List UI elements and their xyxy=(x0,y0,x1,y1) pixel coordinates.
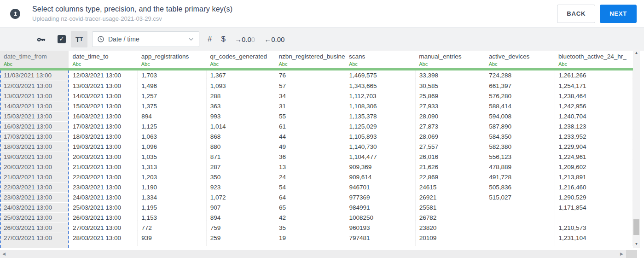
table-cell: 350 xyxy=(206,172,275,182)
increase-decimal-button[interactable]: ←0.00 xyxy=(264,35,284,43)
table-cell: 1,210,573 xyxy=(555,223,633,233)
currency-type-button[interactable]: $ xyxy=(221,35,225,44)
table-cell: 54 xyxy=(275,182,345,192)
table-row: 18/03/2021 13:0019/03/2021 13:001,096880… xyxy=(0,141,633,152)
table-cell: 22/03/2021 13:00 xyxy=(69,172,137,182)
table-cell: 23/03/2021 13:00 xyxy=(0,192,69,202)
scroll-right-icon[interactable]: ▶ xyxy=(620,250,623,258)
table-cell: 505,836 xyxy=(485,182,555,192)
table-cell: 42 xyxy=(275,212,345,223)
table-row: 12/03/2021 13:0013/03/2021 13:001,4961,0… xyxy=(0,81,633,91)
scroll-down-icon[interactable]: ▼ xyxy=(633,242,640,246)
column-header-qr_codes_generated[interactable]: qr_codes_generatedAbc xyxy=(206,51,275,68)
scrollbar-corner xyxy=(626,250,637,258)
table-cell: 1,242,956 xyxy=(555,101,633,111)
header-bar: Select columns type, precision, and the … xyxy=(0,0,644,28)
page-title: Select columns type, precision, and the … xyxy=(32,5,232,13)
primary-key-icon[interactable] xyxy=(36,34,46,45)
table-cell xyxy=(485,233,555,243)
column-name-label: date_time_to xyxy=(72,53,137,60)
scroll-left-icon[interactable]: ◀ xyxy=(2,250,6,258)
header-underline-bar xyxy=(0,68,633,70)
table-cell xyxy=(555,212,633,223)
number-type-button[interactable]: # xyxy=(208,35,212,44)
decrease-decimal-label: →0.0 xyxy=(235,35,251,43)
column-name-label: qr_codes_generated xyxy=(210,53,275,60)
table-cell: 1,233,952 xyxy=(555,131,633,141)
column-header-scans[interactable]: scansAbc xyxy=(345,51,415,68)
table-cell: 1,496 xyxy=(138,81,206,91)
table-cell: 594,008 xyxy=(485,111,555,121)
dropdown-selected-value: Date / time xyxy=(108,35,188,43)
column-header-bluetooth_active_24_hr_[interactable]: bluetooth_active_24_hr_Abc xyxy=(555,51,633,68)
wizard-actions: BACK NEXT xyxy=(557,5,637,23)
column-header-nzbn_registered_busine[interactable]: nzbn_registered_busineAbc xyxy=(275,51,345,68)
table-cell: 26,016 xyxy=(415,152,485,162)
table-cell: 977369 xyxy=(345,192,415,202)
column-header-manual_entries[interactable]: manual_entriesAbc xyxy=(415,51,485,68)
datetime-type-dropdown[interactable]: Date / time xyxy=(92,31,199,47)
next-button[interactable]: NEXT xyxy=(600,5,637,23)
column-header-active_devices[interactable]: active_devicesAbc xyxy=(485,51,555,68)
table-cell: 12/03/2021 13:00 xyxy=(69,70,137,81)
table-cell: 363 xyxy=(206,101,275,111)
column-header-date_time_to[interactable]: date_time_toAbc xyxy=(69,51,137,68)
table-cell: 1,334 xyxy=(138,192,206,202)
table-cell: 25/03/2021 13:00 xyxy=(69,202,137,212)
table-cell: 1008250 xyxy=(345,212,415,223)
column-name-label: app_registrations xyxy=(141,53,206,60)
table-cell: 26921 xyxy=(415,192,485,202)
table-row: 21/03/2021 13:0022/03/2021 13:001,203350… xyxy=(0,172,633,182)
table-cell: 1,703 xyxy=(138,70,206,81)
chevron-down-icon xyxy=(188,36,194,42)
table-cell: 588,414 xyxy=(485,101,555,111)
table-cell: 28,090 xyxy=(415,111,485,121)
table-cell: 907 xyxy=(206,202,275,212)
table-cell: 1,224,961 xyxy=(555,152,633,162)
page-subtitle: Uploading nz-covid-tracer-usage-2021-03-… xyxy=(32,15,232,22)
text-type-label-small: T xyxy=(80,36,83,42)
table-cell: 76 xyxy=(275,70,345,81)
table-cell: 18/03/2021 13:00 xyxy=(69,131,137,141)
table-cell: 27,557 xyxy=(415,141,485,152)
horizontal-scrollbar[interactable]: ◀ ▶ xyxy=(0,250,626,258)
text-type-button[interactable]: TT xyxy=(71,31,87,47)
table-cell xyxy=(275,243,345,248)
table-cell: 1,257 xyxy=(138,91,206,101)
vertical-scrollbar[interactable]: ▲ ▼ xyxy=(633,49,640,248)
table-cell: 724,288 xyxy=(485,70,555,81)
table-cell: 21/03/2021 13:00 xyxy=(0,172,69,182)
table-cell: 772 xyxy=(138,223,206,233)
table-row: 11/03/2021 13:0012/03/2021 13:001,7031,3… xyxy=(0,70,633,81)
empty-row xyxy=(0,243,633,248)
table-cell: 259 xyxy=(206,233,275,243)
column-header-date_time_from[interactable]: date_time_fromAbc xyxy=(0,51,69,68)
table-cell xyxy=(138,243,206,248)
table-cell: 21,626 xyxy=(415,162,485,172)
decrease-decimal-button[interactable]: →0.00 xyxy=(235,35,255,43)
text-type-label: T xyxy=(75,35,80,43)
table-cell xyxy=(0,243,69,248)
column-header-app_registrations[interactable]: app_registrationsAbc xyxy=(138,51,206,68)
column-type-label: Abc xyxy=(141,61,206,67)
table-header-row: date_time_fromAbcdate_time_toAbcapp_regi… xyxy=(0,51,633,68)
back-button[interactable]: BACK xyxy=(557,5,595,23)
column-enabled-checkbox[interactable]: ✓ xyxy=(58,35,66,43)
table-cell: 17/03/2021 13:00 xyxy=(69,121,137,131)
header-titles: Select columns type, precision, and the … xyxy=(32,5,232,22)
table-cell: 1,190 xyxy=(138,182,206,192)
table-cell: 1,290,529 xyxy=(555,192,633,202)
table-cell: 17/03/2021 13:00 xyxy=(0,131,69,141)
table-cell: 16/03/2021 13:00 xyxy=(69,111,137,121)
table-cell: 1,209,602 xyxy=(555,162,633,172)
table-cell: 24615 xyxy=(415,182,485,192)
column-type-label: Abc xyxy=(419,61,485,67)
table-cell: 16/03/2021 13:00 xyxy=(0,121,69,131)
vertical-scrollbar-thumb[interactable] xyxy=(633,219,639,235)
table-cell: 1,375 xyxy=(138,101,206,111)
scroll-up-icon[interactable]: ▲ xyxy=(633,51,640,55)
table-cell: 1,216,460 xyxy=(555,182,633,192)
table-cell: 1,213,891 xyxy=(555,172,633,182)
table-row: 13/03/2021 13:0014/03/2021 13:001,257288… xyxy=(0,91,633,101)
table-cell: 34 xyxy=(275,91,345,101)
